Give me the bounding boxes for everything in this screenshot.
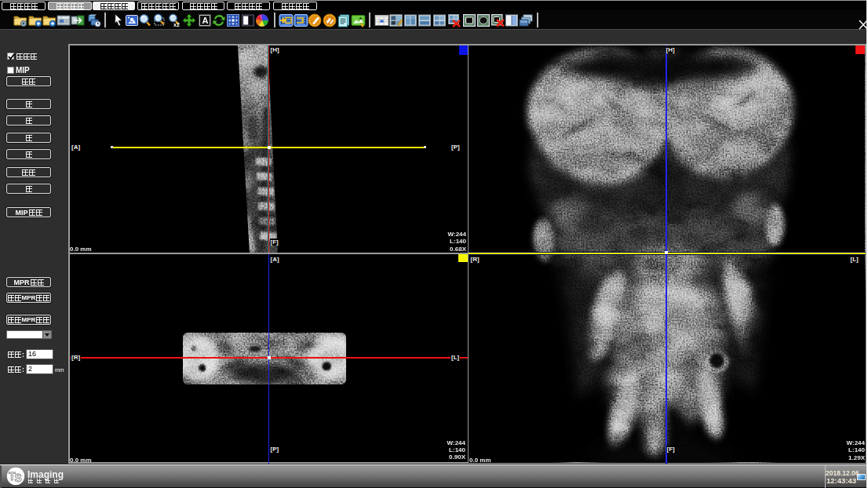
svg-text:S: S: [15, 472, 22, 484]
svg-text:x2: x2: [173, 22, 180, 27]
svg-text:A: A: [202, 16, 209, 25]
